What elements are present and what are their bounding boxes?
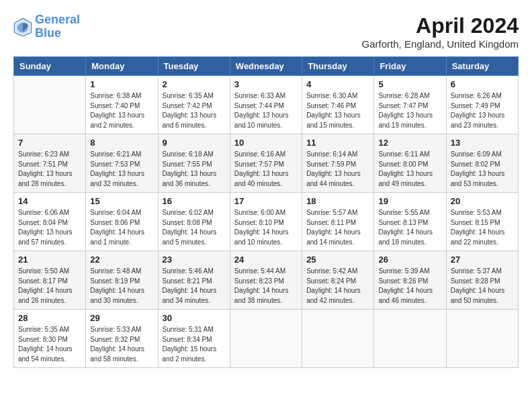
day-number: 25: [306, 255, 369, 265]
calendar-week-row: 28Sunrise: 5:35 AM Sunset: 8:30 PM Dayli…: [14, 310, 519, 368]
day-info: Sunrise: 5:39 AM Sunset: 8:26 PM Dayligh…: [378, 267, 441, 306]
day-info: Sunrise: 5:46 AM Sunset: 8:21 PM Dayligh…: [163, 267, 226, 306]
calendar-cell: 8Sunrise: 6:21 AM Sunset: 7:53 PM Daylig…: [86, 134, 158, 193]
calendar-week-row: 7Sunrise: 6:23 AM Sunset: 7:51 PM Daylig…: [14, 134, 519, 193]
calendar-cell: 7Sunrise: 6:23 AM Sunset: 7:51 PM Daylig…: [14, 134, 86, 193]
day-info: Sunrise: 5:31 AM Sunset: 8:34 PM Dayligh…: [163, 325, 226, 364]
day-number: 14: [18, 196, 81, 206]
logo-blue: Blue: [35, 26, 61, 40]
day-number: 5: [378, 79, 441, 89]
calendar-cell: 9Sunrise: 6:18 AM Sunset: 7:55 PM Daylig…: [158, 134, 230, 193]
calendar-cell: 10Sunrise: 6:16 AM Sunset: 7:57 PM Dayli…: [230, 134, 302, 193]
day-info: Sunrise: 6:30 AM Sunset: 7:46 PM Dayligh…: [306, 91, 369, 130]
day-info: Sunrise: 6:04 AM Sunset: 8:06 PM Dayligh…: [90, 208, 153, 247]
day-number: 28: [18, 313, 81, 323]
day-info: Sunrise: 6:35 AM Sunset: 7:42 PM Dayligh…: [163, 91, 226, 130]
calendar-cell: 5Sunrise: 6:28 AM Sunset: 7:47 PM Daylig…: [374, 76, 446, 134]
calendar-cell: 29Sunrise: 5:33 AM Sunset: 8:32 PM Dayli…: [86, 310, 158, 368]
logo: General Blue: [13, 13, 80, 40]
calendar-cell: 13Sunrise: 6:09 AM Sunset: 8:02 PM Dayli…: [446, 134, 518, 193]
day-info: Sunrise: 5:35 AM Sunset: 8:30 PM Dayligh…: [18, 325, 81, 364]
month-year-title: April 2024: [362, 13, 519, 38]
calendar-week-row: 1Sunrise: 6:38 AM Sunset: 7:40 PM Daylig…: [14, 76, 519, 134]
header: General Blue April 2024 Garforth, Englan…: [13, 13, 519, 50]
calendar-cell: 19Sunrise: 5:55 AM Sunset: 8:13 PM Dayli…: [374, 193, 446, 251]
calendar-cell: 14Sunrise: 6:06 AM Sunset: 8:04 PM Dayli…: [14, 193, 86, 251]
logo-icon: [13, 17, 32, 36]
day-info: Sunrise: 5:53 AM Sunset: 8:15 PM Dayligh…: [451, 208, 514, 247]
day-info: Sunrise: 5:55 AM Sunset: 8:13 PM Dayligh…: [378, 208, 441, 247]
day-number: 6: [451, 79, 514, 89]
calendar-cell: 11Sunrise: 6:14 AM Sunset: 7:59 PM Dayli…: [302, 134, 374, 193]
day-info: Sunrise: 6:23 AM Sunset: 7:51 PM Dayligh…: [18, 150, 81, 189]
calendar-week-row: 14Sunrise: 6:06 AM Sunset: 8:04 PM Dayli…: [14, 193, 519, 251]
day-info: Sunrise: 6:14 AM Sunset: 7:59 PM Dayligh…: [306, 150, 369, 189]
column-header-tuesday: Tuesday: [158, 57, 230, 76]
day-info: Sunrise: 6:09 AM Sunset: 8:02 PM Dayligh…: [451, 150, 514, 189]
calendar-cell: [446, 310, 518, 368]
day-number: 2: [163, 79, 226, 89]
day-number: 10: [234, 138, 298, 148]
day-info: Sunrise: 5:37 AM Sunset: 8:28 PM Dayligh…: [451, 267, 514, 306]
day-info: Sunrise: 6:21 AM Sunset: 7:53 PM Dayligh…: [90, 150, 153, 189]
day-number: 21: [18, 255, 81, 265]
day-info: Sunrise: 5:44 AM Sunset: 8:23 PM Dayligh…: [234, 267, 298, 306]
day-info: Sunrise: 6:11 AM Sunset: 8:00 PM Dayligh…: [378, 150, 441, 189]
calendar-cell: [230, 310, 302, 368]
calendar-table: SundayMondayTuesdayWednesdayThursdayFrid…: [13, 56, 519, 368]
day-number: 9: [163, 138, 226, 148]
logo-text: General Blue: [35, 13, 80, 40]
calendar-cell: 17Sunrise: 6:00 AM Sunset: 8:10 PM Dayli…: [230, 193, 302, 251]
day-number: 26: [378, 255, 441, 265]
logo-general: General: [35, 13, 80, 26]
day-number: 7: [18, 138, 81, 148]
calendar-cell: 16Sunrise: 6:02 AM Sunset: 8:08 PM Dayli…: [158, 193, 230, 251]
day-number: 20: [451, 196, 514, 206]
calendar-cell: 6Sunrise: 6:26 AM Sunset: 7:49 PM Daylig…: [446, 76, 518, 134]
calendar-cell: 21Sunrise: 5:50 AM Sunset: 8:17 PM Dayli…: [14, 251, 86, 310]
calendar-week-row: 21Sunrise: 5:50 AM Sunset: 8:17 PM Dayli…: [14, 251, 519, 310]
location-subtitle: Garforth, England, United Kingdom: [362, 38, 519, 50]
calendar-cell: 30Sunrise: 5:31 AM Sunset: 8:34 PM Dayli…: [158, 310, 230, 368]
calendar-cell: 27Sunrise: 5:37 AM Sunset: 8:28 PM Dayli…: [446, 251, 518, 310]
calendar-cell: 12Sunrise: 6:11 AM Sunset: 8:00 PM Dayli…: [374, 134, 446, 193]
day-info: Sunrise: 6:28 AM Sunset: 7:47 PM Dayligh…: [378, 91, 441, 130]
day-number: 1: [90, 79, 153, 89]
calendar-cell: [14, 76, 86, 134]
column-header-saturday: Saturday: [446, 57, 518, 76]
calendar-cell: 15Sunrise: 6:04 AM Sunset: 8:06 PM Dayli…: [86, 193, 158, 251]
day-number: 17: [234, 196, 298, 206]
column-header-thursday: Thursday: [302, 57, 374, 76]
calendar-header-row: SundayMondayTuesdayWednesdayThursdayFrid…: [14, 57, 519, 76]
day-number: 19: [378, 196, 441, 206]
column-header-wednesday: Wednesday: [230, 57, 302, 76]
day-info: Sunrise: 6:33 AM Sunset: 7:44 PM Dayligh…: [234, 91, 298, 130]
calendar-cell: 24Sunrise: 5:44 AM Sunset: 8:23 PM Dayli…: [230, 251, 302, 310]
day-info: Sunrise: 5:50 AM Sunset: 8:17 PM Dayligh…: [18, 267, 81, 306]
calendar-cell: 23Sunrise: 5:46 AM Sunset: 8:21 PM Dayli…: [158, 251, 230, 310]
day-info: Sunrise: 5:57 AM Sunset: 8:11 PM Dayligh…: [306, 208, 369, 247]
calendar-cell: 18Sunrise: 5:57 AM Sunset: 8:11 PM Dayli…: [302, 193, 374, 251]
day-number: 13: [451, 138, 514, 148]
day-number: 29: [90, 313, 153, 323]
calendar-cell: 3Sunrise: 6:33 AM Sunset: 7:44 PM Daylig…: [230, 76, 302, 134]
day-number: 23: [163, 255, 226, 265]
day-info: Sunrise: 5:33 AM Sunset: 8:32 PM Dayligh…: [90, 325, 153, 364]
day-number: 12: [378, 138, 441, 148]
calendar-cell: 1Sunrise: 6:38 AM Sunset: 7:40 PM Daylig…: [86, 76, 158, 134]
day-number: 22: [90, 255, 153, 265]
column-header-monday: Monday: [86, 57, 158, 76]
title-area: April 2024 Garforth, England, United Kin…: [362, 13, 519, 50]
day-number: 16: [163, 196, 226, 206]
day-info: Sunrise: 5:48 AM Sunset: 8:19 PM Dayligh…: [90, 267, 153, 306]
calendar-cell: 28Sunrise: 5:35 AM Sunset: 8:30 PM Dayli…: [14, 310, 86, 368]
day-info: Sunrise: 5:42 AM Sunset: 8:24 PM Dayligh…: [306, 267, 369, 306]
calendar-cell: 2Sunrise: 6:35 AM Sunset: 7:42 PM Daylig…: [158, 76, 230, 134]
calendar-cell: 22Sunrise: 5:48 AM Sunset: 8:19 PM Dayli…: [86, 251, 158, 310]
column-header-sunday: Sunday: [14, 57, 86, 76]
calendar-cell: [302, 310, 374, 368]
day-info: Sunrise: 6:00 AM Sunset: 8:10 PM Dayligh…: [234, 208, 298, 247]
calendar-cell: 4Sunrise: 6:30 AM Sunset: 7:46 PM Daylig…: [302, 76, 374, 134]
day-info: Sunrise: 6:26 AM Sunset: 7:49 PM Dayligh…: [451, 91, 514, 130]
day-number: 27: [451, 255, 514, 265]
